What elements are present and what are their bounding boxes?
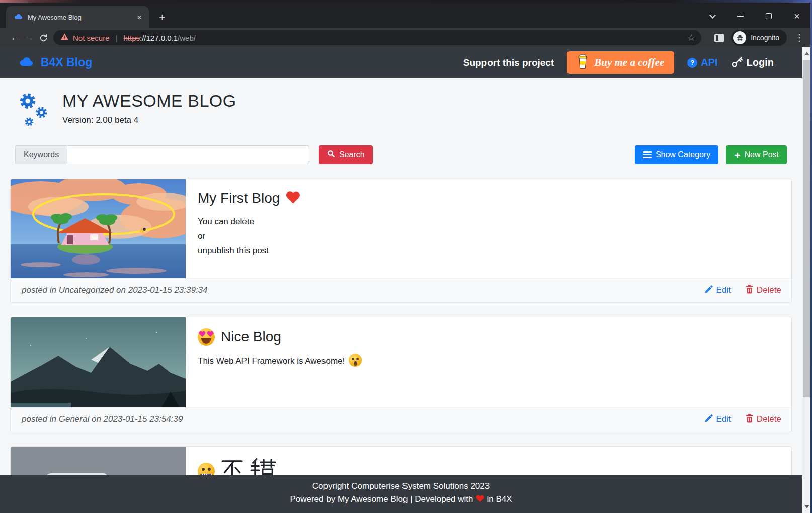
coffee-cup-icon xyxy=(577,54,588,71)
post-card: Nice Blog This Web API Framework is Awes… xyxy=(10,317,792,432)
page-scrollbar[interactable] xyxy=(802,47,810,513)
forward-button[interactable]: → xyxy=(22,32,36,43)
hamburger-icon xyxy=(643,150,652,160)
show-category-button[interactable]: Show Category xyxy=(635,145,718,164)
back-button[interactable]: ← xyxy=(8,32,22,43)
cloud-brand-icon xyxy=(19,57,34,69)
new-tab-button[interactable]: + xyxy=(159,12,166,23)
pencil-icon xyxy=(704,414,713,425)
post-meta: posted in Uncategorized on 2023-01-15 23… xyxy=(22,285,208,295)
browser-menu-icon[interactable]: ⋮ xyxy=(795,32,804,43)
red-heart-emoji xyxy=(286,192,299,205)
edit-link[interactable]: Edit xyxy=(704,285,731,296)
new-post-label: New Post xyxy=(745,150,779,159)
address-bar[interactable]: Not secure | https://127.0.0.1/web/ ☆ xyxy=(53,30,701,45)
window-close-button[interactable]: × xyxy=(794,11,800,21)
red-heart-emoji xyxy=(476,495,484,502)
trash-icon xyxy=(745,413,754,425)
post-card: My First Blog You can delete or unpublis… xyxy=(10,179,792,303)
key-icon xyxy=(731,56,743,70)
scrollbar-up-arrow[interactable] xyxy=(804,52,809,55)
scrollbar-down-arrow[interactable] xyxy=(804,505,809,508)
post-title: Nice Blog xyxy=(198,328,779,346)
edit-label: Edit xyxy=(716,285,731,295)
login-link[interactable]: Login xyxy=(731,56,774,70)
post-body: This Web API Framework is Awesome! xyxy=(198,354,779,368)
post-footer: posted in Uncategorized on 2023-01-15 23… xyxy=(11,278,791,302)
url-separator: | xyxy=(116,34,118,42)
delete-link[interactable]: Delete xyxy=(745,284,781,296)
keywords-label: Keywords xyxy=(15,145,67,164)
page-header: MY AWESOME BLOG Version: 2.00 beta 4 xyxy=(0,78,802,130)
edit-label: Edit xyxy=(716,414,731,424)
page-title: MY AWESOME BLOG xyxy=(62,91,236,111)
api-label: API xyxy=(701,57,717,68)
delete-label: Delete xyxy=(757,285,781,295)
tab-title: My Awesome Blog xyxy=(28,14,130,21)
url-host: ://127.0.0.1 xyxy=(140,34,178,42)
action-row: Keywords Search Show Category + New Post xyxy=(15,145,787,164)
browser-window: My Awesome Blog × + × ← → Not secure | h… xyxy=(0,0,812,513)
incognito-badge[interactable]: Incognito xyxy=(731,30,787,46)
keywords-input[interactable] xyxy=(67,145,309,164)
api-link[interactable]: ? API xyxy=(687,57,717,68)
post-title: My First Blog xyxy=(198,190,779,206)
page-viewport: B4X Blog Support this project Buy me a c… xyxy=(0,47,802,513)
search-button-label: Search xyxy=(339,150,365,159)
url-text[interactable]: https://127.0.0.1/web/ xyxy=(123,34,195,42)
search-icon xyxy=(327,150,335,160)
url-scheme: https xyxy=(123,34,140,42)
show-category-label: Show Category xyxy=(656,150,710,159)
keywords-input-group: Keywords xyxy=(15,145,309,164)
not-secure-label[interactable]: Not secure xyxy=(73,34,110,42)
footer-copyright: Copyright Computerise System Solutions 2… xyxy=(0,480,802,493)
astonished-emoji xyxy=(349,354,362,367)
plus-icon: + xyxy=(734,150,740,160)
post-image-island-house[interactable] xyxy=(11,179,186,278)
scrollbar-thumb[interactable] xyxy=(803,60,810,397)
gears-logo-icon xyxy=(17,90,52,130)
login-label: Login xyxy=(747,57,774,68)
post-body: You can delete or unpublish this post xyxy=(198,214,779,259)
browser-tab[interactable]: My Awesome Blog × xyxy=(6,6,149,28)
post-meta: posted in General on 2023-01-15 23:54:39 xyxy=(22,414,183,424)
post-title-text: My First Blog xyxy=(198,190,280,206)
delete-link[interactable]: Delete xyxy=(745,413,781,425)
buy-me-a-coffee-label: Buy me a coffee xyxy=(594,56,664,69)
trash-icon xyxy=(745,284,754,296)
reload-button[interactable] xyxy=(36,33,50,43)
window-maximize-button[interactable] xyxy=(766,13,772,19)
brand-link[interactable]: B4X Blog xyxy=(19,56,92,69)
support-label: Support this project xyxy=(463,57,554,68)
buy-me-a-coffee-button[interactable]: Buy me a coffee xyxy=(567,51,674,74)
brand-title[interactable]: B4X Blog xyxy=(41,56,92,69)
new-post-button[interactable]: + New Post xyxy=(726,145,787,164)
bookmark-star-icon[interactable]: ☆ xyxy=(687,32,695,43)
footer-powered-by: Powered by My Awesome Blog | Developed w… xyxy=(0,493,802,506)
search-button[interactable]: Search xyxy=(319,145,373,164)
browser-toolbar: ← → Not secure | https://127.0.0.1/web/ … xyxy=(0,28,812,47)
site-footer: Copyright Computerise System Solutions 2… xyxy=(0,475,802,513)
delete-label: Delete xyxy=(757,414,781,424)
incognito-icon xyxy=(733,31,746,44)
pencil-icon xyxy=(704,285,713,296)
browser-titlebar: My Awesome Blog × + × xyxy=(0,3,812,28)
question-circle-icon: ? xyxy=(687,58,697,68)
tab-close-icon[interactable]: × xyxy=(135,12,144,23)
post-image-mountains[interactable] xyxy=(11,317,186,407)
post-footer: posted in General on 2023-01-15 23:54:39… xyxy=(11,407,791,432)
edit-link[interactable]: Edit xyxy=(704,414,731,425)
not-secure-warning-icon xyxy=(60,33,69,43)
cloud-favicon-icon xyxy=(14,13,23,22)
url-path: /web/ xyxy=(178,34,196,42)
window-minimize-button[interactable] xyxy=(737,16,744,17)
version-label: Version: 2.00 beta 4 xyxy=(62,115,236,125)
post-title-text: Nice Blog xyxy=(221,329,281,345)
side-panel-icon[interactable] xyxy=(714,34,724,42)
tab-search-chevron-icon[interactable] xyxy=(709,12,716,19)
heart-eyes-emoji xyxy=(198,328,215,346)
site-navbar: B4X Blog Support this project Buy me a c… xyxy=(0,47,802,78)
incognito-label: Incognito xyxy=(751,34,779,42)
